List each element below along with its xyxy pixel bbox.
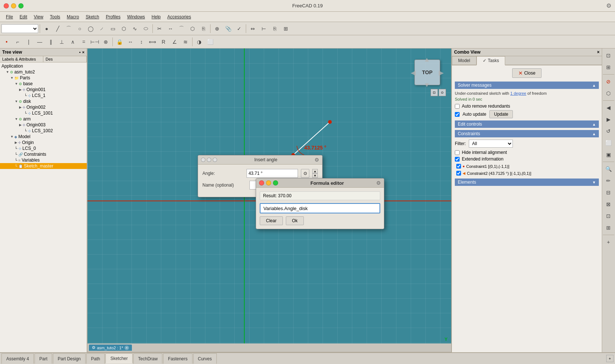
rsb-back[interactable]: ◀ [603, 102, 614, 113]
window-controls[interactable] [4, 3, 24, 8]
constraint-item-1[interactable]: ● Constraint1 [(0,1),(-1,1)] [455, 163, 599, 169]
toggle-construction[interactable]: ⬜ [205, 37, 215, 47]
nav-zoom-fit[interactable]: ⊡ [431, 89, 438, 96]
rsb-edit[interactable]: ✏ [603, 175, 614, 186]
array-tool[interactable]: ⊞ [281, 24, 291, 34]
polyline-tool[interactable]: ⟋ [97, 24, 107, 34]
close-sketch-btn[interactable]: ✕ Close [512, 68, 542, 78]
doc-tab-close[interactable]: × [125, 346, 129, 350]
tree-item-origin[interactable]: ▶ ✛ Origin [0, 140, 87, 145]
extended-info-checkbox[interactable] [455, 157, 460, 162]
add-tab-btn[interactable]: + [606, 355, 614, 362]
arc-tool[interactable]: ⌒ [64, 24, 74, 34]
angle-input[interactable] [247, 169, 298, 178]
formula-ok-btn[interactable]: Ok [286, 216, 304, 225]
menu-sketch[interactable]: Sketch [83, 14, 102, 20]
external-geometry[interactable]: ⬡ [187, 24, 198, 34]
menu-edit[interactable]: Edit [17, 14, 30, 20]
constrain-perpendicular[interactable]: ⊥ [57, 37, 67, 47]
constrain-coincident[interactable]: • [1, 37, 12, 47]
tree-icon-1[interactable]: ▪ [79, 50, 81, 54]
doc-tab[interactable]: ⚙ asm_tuto2 : 1* × [89, 345, 132, 351]
tab-assembly4[interactable]: Assembly 4 [1, 353, 34, 364]
menu-view[interactable]: View [31, 14, 46, 20]
constrain-symmetric[interactable]: ⊢⊣ [90, 37, 100, 47]
menu-accessories[interactable]: Accessories [164, 14, 194, 20]
clone-tool[interactable]: ⎘ [270, 24, 280, 34]
tree-item-origin002[interactable]: ▶ ✛ Origin002 [0, 104, 87, 110]
tree-item-origin001[interactable]: ▶ ✛ Origin001 [0, 87, 87, 93]
rsb-box-1[interactable]: ⬜ [603, 137, 614, 148]
tree-item-lcs1[interactable]: └ ⊹ LCS_1 [0, 93, 87, 98]
tree-item-constraints[interactable]: └ 🔗 Constraints [0, 151, 87, 157]
angle-up-btn[interactable]: ▲ [312, 169, 318, 173]
tree-item-origin003[interactable]: ▶ ✛ Origin003 [0, 122, 87, 128]
auto-update-checkbox[interactable] [455, 112, 460, 117]
constrain-horizontal-distance[interactable]: ↔ [125, 37, 136, 47]
close-sketch[interactable]: ✓ [234, 24, 244, 34]
constrain-angle[interactable]: ∠ [169, 37, 180, 47]
auto-remove-checkbox[interactable] [455, 104, 460, 109]
tree-item-parts[interactable]: ▼ 📁 Parts [0, 75, 87, 81]
menu-profiles[interactable]: Profiles [103, 14, 123, 20]
extend-tool[interactable]: ↔ [165, 24, 176, 34]
menu-windows[interactable]: Windows [124, 14, 148, 20]
tab-model[interactable]: Model [452, 56, 476, 65]
constrain-equal[interactable]: = [79, 37, 89, 47]
circle-tool[interactable]: ○ [75, 24, 85, 34]
formula-min-btn[interactable] [266, 180, 271, 185]
create-sketch[interactable]: ⊕ [212, 24, 222, 34]
nav-arrow-right[interactable]: ▶ [439, 69, 444, 77]
slot-tool[interactable]: ⬭ [141, 24, 151, 34]
constrain-horizontal[interactable]: — [35, 37, 45, 47]
carbon-copy[interactable]: ⎘ [198, 24, 209, 34]
constrain-vertical[interactable]: | [24, 37, 34, 47]
tab-sketcher[interactable]: Sketcher [105, 353, 132, 364]
solver-degree-link[interactable]: 1 degree [510, 91, 526, 95]
rsb-box-4[interactable]: ⊠ [603, 199, 614, 210]
rsb-search[interactable]: 🔍 [603, 163, 614, 174]
menu-tools[interactable]: Tools [47, 14, 63, 20]
rsb-view-3d[interactable]: ⬡ [603, 88, 614, 99]
rsb-no-entry[interactable]: ⊘ [603, 76, 614, 87]
close-button[interactable] [4, 3, 9, 8]
tab-curves[interactable]: Curves [193, 353, 217, 364]
rsb-forward[interactable]: ▶ [603, 114, 614, 125]
menu-macro[interactable]: Macro [64, 14, 82, 20]
tree-item-disk[interactable]: ▼ ⚙ disk [0, 98, 87, 104]
formula-clear-btn[interactable]: Clear [260, 216, 283, 225]
bspline-tool[interactable]: ∿ [130, 24, 140, 34]
constrain-lock[interactable]: 🔒 [114, 37, 125, 47]
insert-angle-max-btn[interactable] [213, 158, 217, 162]
line-tool[interactable]: ╱ [53, 24, 63, 34]
rsb-plus[interactable]: + [603, 237, 614, 248]
tree-item-model[interactable]: ▼ ◆ Model [0, 134, 87, 140]
rect-tool[interactable]: ▭ [108, 24, 118, 34]
constrain-point-on-object[interactable]: ⌐ [12, 37, 23, 47]
constrain-radius[interactable]: R [158, 37, 169, 47]
constraint2-checkbox[interactable] [456, 171, 461, 176]
formula-close-btn[interactable] [259, 180, 264, 185]
formula-text-input[interactable] [260, 203, 380, 213]
filter-select[interactable]: All [469, 140, 513, 148]
nav-perspective[interactable]: ⊙ [439, 89, 446, 96]
constrain-tangent[interactable]: ∧ [68, 37, 78, 47]
constrain-vertical-distance[interactable]: ↕ [136, 37, 147, 47]
rsb-box-3[interactable]: ⊟ [603, 187, 614, 198]
constraints-header[interactable]: Constraints ▲ [455, 130, 599, 137]
nav-arrow-down[interactable]: ▼ [424, 81, 430, 89]
tab-part-design[interactable]: Part Design [53, 353, 86, 364]
insert-angle-close-btn[interactable] [201, 158, 205, 162]
toggle-driving[interactable]: ◑ [194, 37, 204, 47]
trim-tool[interactable]: ✂ [154, 24, 165, 34]
nav-arrow-left[interactable]: ◀ [411, 69, 416, 77]
tree-item-arm[interactable]: ▼ ⚙ arm [0, 116, 87, 122]
workbench-selector[interactable]: Sketcher [1, 24, 38, 33]
tab-fasteners[interactable]: Fasteners [163, 353, 192, 364]
constrain-snellslaw[interactable]: ≋ [180, 37, 191, 47]
hide-internal-checkbox[interactable] [455, 150, 460, 155]
tree-icon-2[interactable]: × [82, 50, 84, 54]
constraint1-checkbox[interactable] [456, 164, 461, 169]
tab-part[interactable]: Part [35, 353, 52, 364]
elements-header[interactable]: Elements ▼ [455, 179, 599, 186]
